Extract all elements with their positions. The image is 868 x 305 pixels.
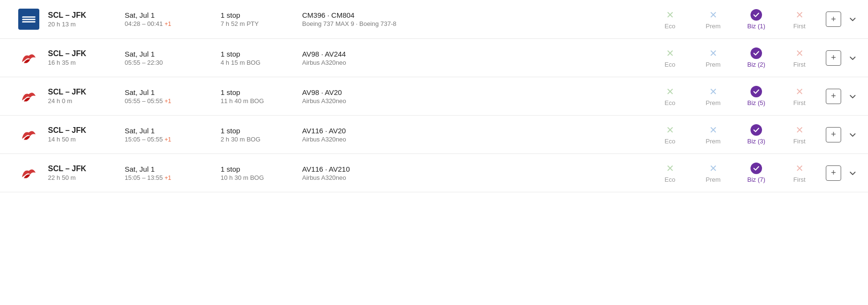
biz-label: Biz (7) bbox=[747, 176, 765, 183]
col-actions: + bbox=[826, 89, 858, 104]
add-button[interactable]: + bbox=[826, 12, 841, 27]
flight-codes: CM396 · CM804 bbox=[302, 11, 436, 19]
add-button[interactable]: + bbox=[826, 127, 841, 142]
first-class: ✕ First bbox=[787, 163, 811, 183]
add-button[interactable]: + bbox=[826, 50, 841, 66]
prem-unavailable-icon: ✕ bbox=[709, 163, 717, 174]
airline-logo bbox=[20, 126, 37, 143]
route-name: SCL – JFK bbox=[48, 164, 125, 173]
prem-class: ✕ Prem bbox=[701, 163, 725, 183]
biz-available-icon bbox=[751, 86, 762, 97]
eco-class: ✕ Eco bbox=[658, 47, 682, 68]
expand-button[interactable] bbox=[847, 13, 858, 25]
expand-button[interactable] bbox=[847, 167, 858, 179]
prem-label: Prem bbox=[705, 23, 720, 30]
biz-class[interactable]: Biz (7) bbox=[744, 163, 768, 183]
first-unavailable-icon: ✕ bbox=[796, 86, 804, 97]
plus-day: +1 bbox=[164, 21, 171, 27]
flight-time: 15:05 – 13:55 +1 bbox=[125, 174, 221, 181]
biz-class[interactable]: Biz (3) bbox=[744, 124, 768, 145]
col-classes: ✕ Eco ✕ Prem Biz (5) ✕ First bbox=[436, 86, 816, 106]
aircraft-type: Airbus A320neo bbox=[302, 97, 436, 105]
col-stops: 1 stop 7 h 52 m PTY bbox=[221, 11, 302, 27]
prem-unavailable-icon: ✕ bbox=[709, 86, 717, 97]
eco-class: ✕ Eco bbox=[658, 163, 682, 183]
prem-label: Prem bbox=[705, 176, 720, 183]
first-label: First bbox=[793, 176, 805, 183]
col-classes: ✕ Eco ✕ Prem Biz (7) ✕ First bbox=[436, 163, 816, 183]
flight-codes: AV116 · AV20 bbox=[302, 127, 436, 135]
eco-unavailable-icon: ✕ bbox=[666, 9, 674, 21]
airline-logo bbox=[20, 49, 37, 67]
col-airline bbox=[10, 88, 48, 105]
prem-label: Prem bbox=[705, 138, 720, 145]
col-actions: + bbox=[826, 165, 858, 181]
flight-codes: AV116 · AV210 bbox=[302, 165, 436, 173]
first-label: First bbox=[793, 99, 805, 106]
eco-label: Eco bbox=[665, 99, 675, 106]
col-airline bbox=[10, 9, 48, 30]
flight-date: Sat, Jul 1 bbox=[125, 11, 221, 19]
first-class: ✕ First bbox=[787, 124, 811, 145]
col-classes: ✕ Eco ✕ Prem Biz (1) ✕ First bbox=[436, 9, 816, 30]
col-route: SCL – JFK 20 h 13 m bbox=[48, 11, 125, 28]
col-flights: AV98 · AV20 Airbus A320neo bbox=[302, 88, 436, 105]
eco-label: Eco bbox=[665, 61, 675, 68]
flight-time: 05:55 – 05:55 +1 bbox=[125, 97, 221, 105]
expand-button[interactable] bbox=[847, 91, 858, 102]
airline-logo bbox=[18, 9, 39, 30]
col-stops: 1 stop 10 h 30 m BOG bbox=[221, 165, 302, 181]
col-stops: 1 stop 2 h 30 m BOG bbox=[221, 127, 302, 143]
first-class: ✕ First bbox=[787, 86, 811, 106]
expand-button[interactable] bbox=[847, 52, 858, 64]
biz-class[interactable]: Biz (2) bbox=[744, 47, 768, 68]
col-stops: 1 stop 11 h 40 m BOG bbox=[221, 88, 302, 105]
stops-count: 1 stop bbox=[221, 165, 302, 173]
flight-time: 05:55 – 22:30 bbox=[125, 59, 221, 66]
eco-label: Eco bbox=[665, 138, 675, 145]
col-classes: ✕ Eco ✕ Prem Biz (3) ✕ First bbox=[436, 124, 816, 145]
prem-label: Prem bbox=[705, 99, 720, 106]
add-button[interactable]: + bbox=[826, 165, 841, 181]
expand-button[interactable] bbox=[847, 129, 858, 141]
eco-unavailable-icon: ✕ bbox=[666, 124, 674, 136]
eco-label: Eco bbox=[665, 23, 675, 30]
col-route: SCL – JFK 22 h 50 m bbox=[48, 164, 125, 181]
flight-time: 15:05 – 05:55 +1 bbox=[125, 136, 221, 143]
route-name: SCL – JFK bbox=[48, 11, 125, 20]
prem-class: ✕ Prem bbox=[701, 86, 725, 106]
aircraft-type: Boeing 737 MAX 9 · Boeing 737-8 bbox=[302, 20, 436, 27]
flight-row: SCL – JFK 22 h 50 m Sat, Jul 1 15:05 – 1… bbox=[0, 154, 868, 192]
first-class: ✕ First bbox=[787, 9, 811, 30]
aircraft-type: Airbus A320neo bbox=[302, 174, 436, 181]
route-name: SCL – JFK bbox=[48, 49, 125, 58]
col-flights: AV116 · AV210 Airbus A320neo bbox=[302, 165, 436, 181]
flight-row: SCL – JFK 16 h 35 m Sat, Jul 1 05:55 – 2… bbox=[0, 39, 868, 77]
first-class: ✕ First bbox=[787, 47, 811, 68]
plus-day: +1 bbox=[164, 136, 171, 143]
stops-count: 1 stop bbox=[221, 11, 302, 19]
first-unavailable-icon: ✕ bbox=[796, 47, 804, 59]
biz-available-icon bbox=[751, 47, 762, 59]
col-actions: + bbox=[826, 12, 858, 27]
flight-row: SCL – JFK 24 h 0 m Sat, Jul 1 05:55 – 05… bbox=[0, 77, 868, 116]
prem-class: ✕ Prem bbox=[701, 47, 725, 68]
prem-class: ✕ Prem bbox=[701, 124, 725, 145]
eco-class: ✕ Eco bbox=[658, 124, 682, 145]
col-route: SCL – JFK 16 h 35 m bbox=[48, 49, 125, 66]
route-duration: 16 h 35 m bbox=[48, 59, 125, 66]
stops-detail: 4 h 15 m BOG bbox=[221, 59, 302, 66]
plus-day: +1 bbox=[164, 175, 171, 181]
biz-class[interactable]: Biz (5) bbox=[744, 86, 768, 106]
add-button[interactable]: + bbox=[826, 89, 841, 104]
eco-class: ✕ Eco bbox=[658, 86, 682, 106]
prem-unavailable-icon: ✕ bbox=[709, 47, 717, 59]
col-actions: + bbox=[826, 50, 858, 66]
route-duration: 14 h 50 m bbox=[48, 136, 125, 143]
biz-class[interactable]: Biz (1) bbox=[744, 9, 768, 30]
first-label: First bbox=[793, 23, 805, 30]
first-unavailable-icon: ✕ bbox=[796, 124, 804, 136]
stops-detail: 7 h 52 m PTY bbox=[221, 20, 302, 27]
flight-row: SCL – JFK 20 h 13 m Sat, Jul 1 04:28 – 0… bbox=[0, 0, 868, 39]
col-flights: AV116 · AV20 Airbus A320neo bbox=[302, 127, 436, 143]
